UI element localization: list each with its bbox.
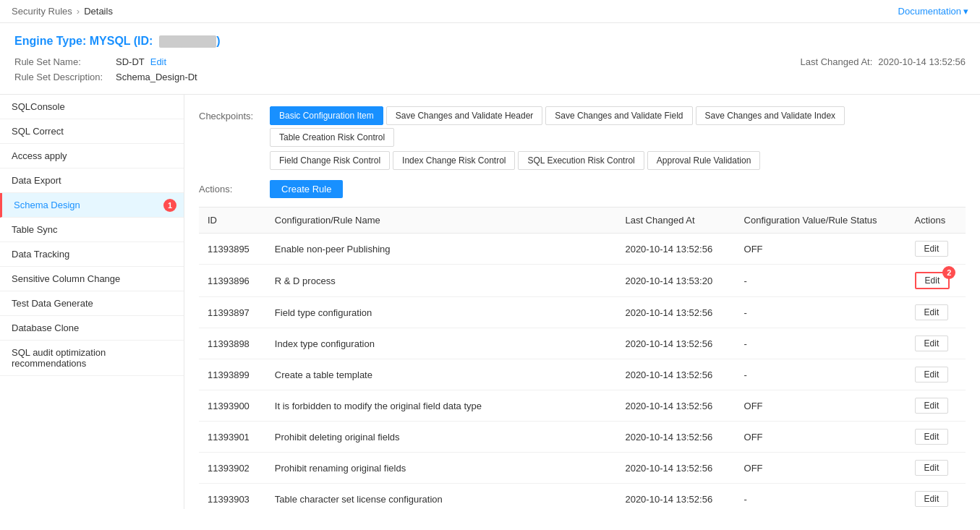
ruleset-edit-link[interactable]: Edit xyxy=(150,56,166,67)
sidebar-item-testdata[interactable]: Test Data Generate xyxy=(0,291,184,316)
edit-btn-wrapper: Edit xyxy=(915,367,949,382)
row-actions: Edit xyxy=(906,422,966,453)
sidebar-item-sqlcorrect[interactable]: SQL Correct xyxy=(0,119,184,144)
tab-field[interactable]: Save Changes and Validate Field xyxy=(545,106,692,125)
row-name: Table character set license configuratio… xyxy=(266,484,617,510)
breadcrumb-details: Details xyxy=(84,6,113,17)
row-status: - xyxy=(736,328,906,359)
sidebar-item-schemadesign[interactable]: Schema Design1 xyxy=(0,193,184,218)
content-area: Checkpoints: Basic Configuration ItemSav… xyxy=(184,95,980,509)
edit-button-11393899[interactable]: Edit xyxy=(915,367,949,382)
edit-button-11393901[interactable]: Edit xyxy=(915,429,949,445)
row-actions: Edit2 xyxy=(906,265,966,297)
edit-button-11393900[interactable]: Edit xyxy=(915,398,949,414)
table-row: 11393901Prohibit deleting original field… xyxy=(199,422,966,453)
sidebar-item-tablesync[interactable]: Table Sync xyxy=(0,218,184,242)
tab-indexchange[interactable]: Index Change Risk Control xyxy=(393,151,515,170)
sidebar-item-dataexport[interactable]: Data Export xyxy=(0,168,184,193)
edit-button-11393898[interactable]: Edit xyxy=(915,335,949,351)
row-id: 11393899 xyxy=(199,359,266,390)
top-nav: Security Rules › Details Documentation ▾ xyxy=(0,0,980,23)
col-header-configuration-value/rule-status: Configuration Value/Rule Status xyxy=(736,208,906,234)
tab-fieldchange[interactable]: Field Change Risk Control xyxy=(270,151,390,170)
last-changed-label: Last Changed At: xyxy=(801,56,873,67)
row-status: OFF xyxy=(736,422,906,453)
row-actions: Edit xyxy=(906,453,966,484)
table-row: 11393898Index type configuration2020-10-… xyxy=(199,328,966,359)
edit-btn-wrapper: Edit xyxy=(915,398,949,414)
sidebar-item-sqlconsole[interactable]: SQLConsole xyxy=(0,95,184,119)
row-status: - xyxy=(736,359,906,390)
table-row: 11393897Field type configuration2020-10-… xyxy=(199,297,966,328)
row-changed-at: 2020-10-14 13:52:56 xyxy=(616,297,735,328)
table-row: 11393899Create a table template2020-10-1… xyxy=(199,359,966,390)
edit-btn-wrapper: Edit xyxy=(915,429,949,445)
edit-btn-wrapper: Edit xyxy=(915,460,949,476)
row-id: 11393901 xyxy=(199,422,266,453)
row-status: - xyxy=(736,484,906,510)
row-id: 11393900 xyxy=(199,390,266,422)
table-row: 11393896R & D process2020-10-14 13:53:20… xyxy=(199,265,966,297)
data-table: IDConfiguration/Rule NameLast Changed At… xyxy=(199,207,966,509)
sidebar-item-dbclone[interactable]: Database Clone xyxy=(0,316,184,341)
col-header-actions: Actions xyxy=(906,208,966,234)
table-row: 11393895Enable non-peer Publishing2020-1… xyxy=(199,234,966,265)
breadcrumb-sep: › xyxy=(77,6,80,17)
row-id: 11393896 xyxy=(199,265,266,297)
edit-btn-wrapper: Edit xyxy=(915,491,949,507)
row-changed-at: 2020-10-14 13:52:56 xyxy=(616,484,735,510)
table-row: 11393902Prohibit renaming original field… xyxy=(199,453,966,484)
tab-sqlexecution[interactable]: SQL Execution Risk Control xyxy=(518,151,644,170)
tab-approval[interactable]: Approval Rule Validation xyxy=(647,151,761,170)
row-name: Enable non-peer Publishing xyxy=(266,234,617,265)
tab-header[interactable]: Save Changes and Validate Header xyxy=(386,106,543,125)
row-changed-at: 2020-10-14 13:52:56 xyxy=(616,422,735,453)
engine-type-title: Engine Type: MYSQL (ID: ██████) xyxy=(14,35,966,48)
edit-button-11393896[interactable]: Edit2 xyxy=(915,272,950,289)
row-status: OFF xyxy=(736,234,906,265)
breadcrumb-security-rules[interactable]: Security Rules xyxy=(12,6,72,17)
row-name: R & D process xyxy=(266,265,617,297)
row-id: 11393903 xyxy=(199,484,266,510)
row-id: 11393898 xyxy=(199,328,266,359)
tabs-container: Basic Configuration ItemSave Changes and… xyxy=(270,106,966,174)
col-header-configuration/rule-name: Configuration/Rule Name xyxy=(266,208,617,234)
ruleset-desc-value: Schema_Design-Dt xyxy=(116,72,197,82)
edit-button-11393903[interactable]: Edit xyxy=(915,491,949,507)
sidebar-item-accessapply[interactable]: Access apply xyxy=(0,144,184,168)
edit-btn-wrapper: Edit xyxy=(915,241,949,257)
engine-id-masked: ██████ xyxy=(159,35,216,48)
ruleset-desc-label: Rule Set Description: xyxy=(14,72,116,82)
last-changed-value: 2020-10-14 13:52:56 xyxy=(878,56,966,67)
edit-button-11393902[interactable]: Edit xyxy=(915,460,949,476)
col-header-id: ID xyxy=(199,208,266,234)
tab-index[interactable]: Save Changes and Validate Index xyxy=(696,106,845,125)
edit-button-11393897[interactable]: Edit xyxy=(915,304,949,320)
row-actions: Edit xyxy=(906,484,966,510)
actions-label: Actions: xyxy=(199,184,264,195)
ruleset-name-row: Rule Set Name: SD-DT Edit xyxy=(14,56,197,67)
edit-button-11393895[interactable]: Edit xyxy=(915,241,949,257)
create-rule-button[interactable]: Create Rule xyxy=(270,180,343,198)
row-changed-at: 2020-10-14 13:53:20 xyxy=(616,265,735,297)
row-id: 11393902 xyxy=(199,453,266,484)
sidebar-item-sqlaudit[interactable]: SQL audit optimization recommendations xyxy=(0,341,184,376)
documentation-link[interactable]: Documentation ▾ xyxy=(898,6,968,17)
last-changed-section: Last Changed At: 2020-10-14 13:52:56 xyxy=(801,56,966,67)
row-actions: Edit xyxy=(906,297,966,328)
row-name: Create a table template xyxy=(266,359,617,390)
sidebar-item-sensitivecolumn[interactable]: Sensitive Column Change xyxy=(0,267,184,291)
edit-btn-wrapper: Edit xyxy=(915,335,949,351)
row-changed-at: 2020-10-14 13:52:56 xyxy=(616,234,735,265)
row-status: - xyxy=(736,265,906,297)
table-row: 11393900It is forbidden to modify the or… xyxy=(199,390,966,422)
col-header-last-changed-at: Last Changed At xyxy=(616,208,735,234)
tab-tablecreation[interactable]: Table Creation Risk Control xyxy=(270,128,394,147)
row-status: - xyxy=(736,297,906,328)
actions-row: Actions: Create Rule xyxy=(199,180,966,198)
row-name: Prohibit deleting original fields xyxy=(266,422,617,453)
checkpoints-label: Checkpoints: xyxy=(199,106,264,121)
ruleset-name-label: Rule Set Name: xyxy=(14,56,116,67)
tab-basic[interactable]: Basic Configuration Item xyxy=(270,106,383,125)
sidebar-item-datatracking[interactable]: Data Tracking xyxy=(0,242,184,267)
